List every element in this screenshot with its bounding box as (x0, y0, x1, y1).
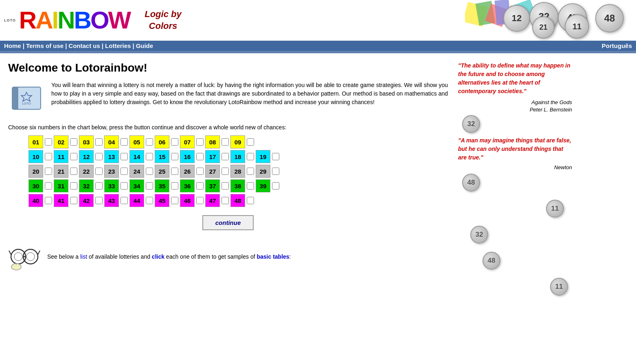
check-26[interactable] (196, 168, 204, 175)
check-43[interactable] (121, 197, 128, 204)
check-15[interactable] (171, 153, 178, 160)
check-01[interactable] (45, 138, 52, 146)
num-cell-21: 21 (54, 165, 77, 178)
nav-guide[interactable]: Guide (136, 42, 154, 49)
num-cell-15: 15 (155, 150, 178, 163)
check-40[interactable] (45, 197, 52, 204)
check-10[interactable] (45, 153, 52, 160)
check-16[interactable] (196, 153, 204, 160)
check-37[interactable] (222, 182, 229, 190)
check-14[interactable] (146, 153, 153, 160)
nav-lotteries[interactable]: Lotteries (105, 42, 131, 49)
num-06: 06 (155, 135, 169, 148)
check-22[interactable] (95, 168, 103, 175)
svg-rect-2 (12, 87, 18, 109)
num-38: 38 (230, 179, 245, 192)
check-18[interactable] (247, 153, 254, 160)
continue-button[interactable]: continue (202, 215, 254, 230)
check-12[interactable] (95, 153, 103, 160)
check-24[interactable] (146, 168, 153, 175)
check-46[interactable] (196, 197, 204, 204)
num-41: 41 (54, 194, 68, 207)
check-13[interactable] (121, 153, 128, 160)
check-17[interactable] (222, 153, 229, 160)
basic-tables-link[interactable]: basic tables (257, 253, 289, 260)
nav-contact[interactable]: Contact us (68, 42, 100, 49)
num-45: 45 (155, 194, 169, 207)
num-19: 19 (256, 150, 270, 163)
check-30[interactable] (45, 182, 52, 190)
logo-area: LOTO RAINBOW Logic by Colors (4, 8, 182, 33)
num-cell-14: 14 (129, 150, 153, 163)
check-39[interactable] (272, 182, 279, 190)
nav-language[interactable]: Português (602, 42, 632, 49)
check-34[interactable] (146, 182, 153, 190)
num-08: 08 (205, 135, 220, 148)
continue-section: continue (8, 215, 448, 230)
num-cell-38: 38 (230, 179, 254, 192)
nav-home[interactable]: Home (4, 42, 21, 49)
check-29[interactable] (272, 168, 279, 175)
num-44: 44 (129, 194, 144, 207)
check-06[interactable] (171, 138, 178, 146)
num-cell-24: 24 (129, 165, 153, 178)
num-11: 11 (54, 150, 68, 163)
num-35: 35 (155, 179, 169, 192)
check-44[interactable] (146, 197, 153, 204)
check-32[interactable] (95, 182, 103, 190)
check-25[interactable] (171, 168, 178, 175)
num-cell-16: 16 (180, 150, 204, 163)
list-link[interactable]: list (80, 253, 87, 260)
num-cell-27: 27 (205, 165, 229, 178)
check-28[interactable] (247, 168, 254, 175)
check-05[interactable] (146, 138, 153, 146)
check-31[interactable] (70, 182, 77, 190)
tagline: Logic by Colors (145, 9, 181, 32)
check-36[interactable] (196, 182, 204, 190)
num-01: 01 (29, 135, 43, 148)
header-decoration: 12 32 21 45 11 48 (465, 0, 636, 41)
check-45[interactable] (171, 197, 178, 204)
num-16: 16 (180, 150, 195, 163)
check-47[interactable] (222, 197, 229, 204)
num-cell-05: 05 (129, 135, 153, 148)
check-20[interactable] (45, 168, 52, 175)
num-05: 05 (129, 135, 144, 148)
check-04[interactable] (121, 138, 128, 146)
check-21[interactable] (70, 168, 77, 175)
num-cell-45: 45 (155, 194, 178, 207)
check-07[interactable] (196, 138, 204, 146)
grid-row-2: 10 11 12 13 14 (29, 150, 448, 163)
main-content: Welcome to Lotorainbow! LOTO You will le… (0, 53, 636, 304)
num-40: 40 (29, 194, 43, 207)
check-02[interactable] (70, 138, 77, 146)
num-cell-01: 01 (29, 135, 52, 148)
check-42[interactable] (95, 197, 103, 204)
check-35[interactable] (171, 182, 178, 190)
click-link[interactable]: click (152, 253, 164, 260)
check-03[interactable] (95, 138, 103, 146)
check-19[interactable] (272, 153, 279, 160)
check-27[interactable] (222, 168, 229, 175)
sidebar-quote2: "A man may imagine things that are false… (458, 136, 572, 162)
sidebar-ball1-row: 32 (458, 115, 572, 133)
check-09[interactable] (247, 138, 254, 146)
check-38[interactable] (247, 182, 254, 190)
num-cell-28: 28 (230, 165, 254, 178)
num-cell-03: 03 (79, 135, 103, 148)
check-11[interactable] (70, 153, 77, 160)
num-cell-11: 11 (54, 150, 77, 163)
header-ball-21: 21 (532, 16, 555, 39)
num-cell-09: 09 (230, 135, 254, 148)
check-23[interactable] (121, 168, 128, 175)
nav-terms[interactable]: Terms of use (26, 42, 64, 49)
check-33[interactable] (121, 182, 128, 190)
grid-row-3: 20 21 22 23 24 (29, 165, 448, 178)
num-cell-22: 22 (79, 165, 103, 178)
sidebar-ball-11a: 11 (546, 200, 564, 218)
num-cell-13: 13 (104, 150, 128, 163)
check-48[interactable] (247, 197, 254, 204)
check-41[interactable] (70, 197, 77, 204)
check-08[interactable] (222, 138, 229, 146)
num-cell-30: 30 (29, 179, 52, 192)
